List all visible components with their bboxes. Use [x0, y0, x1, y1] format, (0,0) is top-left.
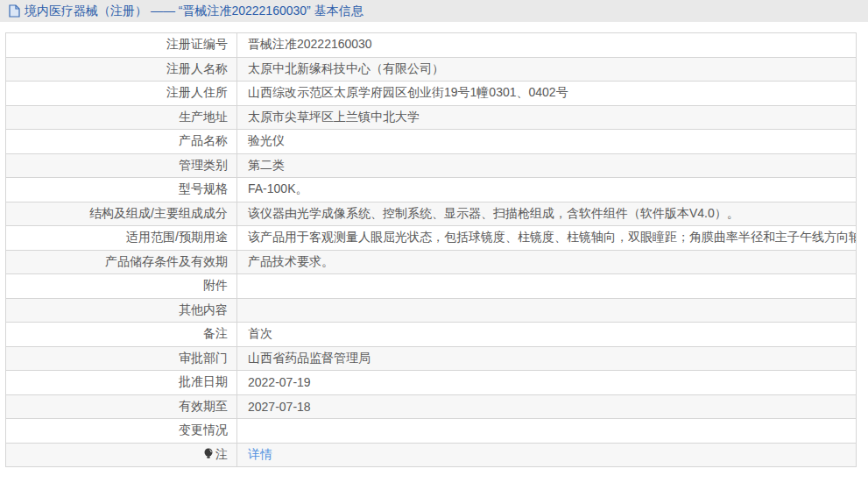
- details-link[interactable]: 详情: [248, 447, 272, 461]
- row-label-text: 注册证编号: [166, 37, 228, 51]
- table-row: 注册人名称太原中北新缘科技中心（有限公司）: [6, 57, 857, 82]
- table-row: 注详情: [6, 443, 857, 467]
- row-label-text: 注册人住所: [166, 85, 228, 99]
- row-label: 其他内容: [6, 298, 237, 323]
- row-value-cell: 该产品用于客观测量人眼屈光状态，包括球镜度、柱镜度、柱镜轴向，双眼瞳距；角膜曲率…: [237, 226, 857, 251]
- row-value-text: 第二类: [248, 158, 285, 172]
- table-row: 审批部门山西省药品监督管理局: [6, 346, 857, 371]
- row-value-cell: 产品技术要求。: [237, 250, 857, 274]
- row-value-cell: 首次: [237, 323, 857, 347]
- row-value-text: 山西省药品监督管理局: [248, 351, 370, 365]
- row-value-text: 山西综改示范区太原学府园区创业街19号1幢0301、0402号: [248, 85, 568, 99]
- row-value-cell: 详情: [237, 443, 857, 467]
- row-value-text: 该产品用于客观测量人眼屈光状态，包括球镜度、柱镜度、柱镜轴向，双眼瞳距；角膜曲率…: [248, 230, 857, 244]
- row-label: 注册证编号: [6, 33, 237, 58]
- row-label-text: 批准日期: [179, 374, 228, 388]
- row-label-text: 其他内容: [179, 302, 228, 316]
- table-row: 批准日期2022-07-19: [6, 371, 857, 395]
- row-value-cell: 山西省药品监督管理局: [237, 346, 857, 371]
- row-label: 适用范围/预期用途: [6, 226, 237, 251]
- row-label-text: 附件: [203, 278, 228, 292]
- table-row: 附件: [6, 274, 857, 299]
- table-row: 结构及组成/主要组成成分该仪器由光学成像系统、控制系统、显示器、扫描枪组成，含软…: [6, 202, 857, 226]
- table-row: 变更情况: [6, 419, 857, 444]
- row-label: 批准日期: [6, 371, 237, 395]
- table-row: 适用范围/预期用途该产品用于客观测量人眼屈光状态，包括球镜度、柱镜度、柱镜轴向，…: [6, 226, 857, 251]
- row-label: 注册人名称: [6, 57, 237, 82]
- row-value-cell: 该仪器由光学成像系统、控制系统、显示器、扫描枪组成，含软件组件（软件版本V4.0…: [237, 202, 857, 226]
- row-label: 产品储存条件及有效期: [6, 250, 237, 274]
- row-value-cell: FA-100K。: [237, 178, 857, 202]
- row-label: 型号规格: [6, 178, 237, 202]
- row-value-cell: 太原市尖草坪区上兰镇中北大学: [237, 105, 857, 130]
- row-value-cell: [237, 274, 857, 299]
- row-label: 生产地址: [6, 105, 237, 130]
- row-value-cell: [237, 419, 857, 444]
- table-row: 注册人住所山西综改示范区太原学府园区创业街19号1幢0301、0402号: [6, 82, 857, 106]
- row-label: 附件: [6, 274, 237, 299]
- row-value-cell: 验光仪: [237, 130, 857, 154]
- info-table-body: 注册证编号晋械注准20222160030注册人名称太原中北新缘科技中心（有限公司…: [6, 33, 857, 467]
- row-label-text: 注: [215, 447, 228, 461]
- row-label: 注: [6, 443, 237, 467]
- row-label-text: 变更情况: [179, 423, 228, 437]
- row-label-text: 结构及组成/主要组成成分: [89, 206, 228, 220]
- table-row: 其他内容: [6, 298, 857, 323]
- table-row: 生产地址太原市尖草坪区上兰镇中北大学: [6, 105, 857, 130]
- page-title: 境内医疗器械（注册） —— “晋械注准20222160030” 基本信息: [25, 4, 363, 19]
- row-value-cell: 第二类: [237, 153, 857, 178]
- row-value-text: 首次: [248, 326, 272, 340]
- row-value-cell: [237, 298, 857, 323]
- table-row: 备注首次: [6, 323, 857, 347]
- row-label: 产品名称: [6, 130, 237, 154]
- row-value-text: 该仪器由光学成像系统、控制系统、显示器、扫描枪组成，含软件组件（软件版本V4.0…: [248, 206, 739, 220]
- table-row: 管理类别第二类: [6, 153, 857, 178]
- row-value-cell: 山西综改示范区太原学府园区创业街19号1幢0301、0402号: [237, 82, 857, 106]
- row-value-text: 太原中北新缘科技中心（有限公司）: [248, 61, 444, 75]
- row-label: 结构及组成/主要组成成分: [6, 202, 237, 226]
- row-label-text: 备注: [203, 326, 228, 340]
- row-label: 管理类别: [6, 153, 237, 178]
- info-table: 注册证编号晋械注准20222160030注册人名称太原中北新缘科技中心（有限公司…: [5, 32, 857, 467]
- row-value-text: 2027-07-18: [248, 400, 311, 414]
- table-row: 注册证编号晋械注准20222160030: [6, 33, 857, 58]
- row-value-cell: 晋械注准20222160030: [237, 33, 857, 58]
- table-row: 型号规格FA-100K。: [6, 178, 857, 202]
- row-label-text: 注册人名称: [166, 61, 228, 75]
- table-row: 有效期至2027-07-18: [6, 394, 857, 419]
- row-label-text: 适用范围/预期用途: [126, 230, 228, 244]
- row-value-cell: 2022-07-19: [237, 371, 857, 395]
- row-label-text: 审批部门: [179, 351, 228, 365]
- row-value-text: 2022-07-19: [248, 375, 311, 389]
- row-label-text: 生产地址: [179, 110, 228, 124]
- row-label-text: 管理类别: [179, 158, 228, 172]
- row-label: 变更情况: [6, 419, 237, 444]
- document-icon: [9, 4, 20, 18]
- row-label: 有效期至: [6, 394, 237, 419]
- row-value-text: 太原市尖草坪区上兰镇中北大学: [248, 110, 420, 124]
- row-value-cell: 太原中北新缘科技中心（有限公司）: [237, 57, 857, 82]
- page-header: 境内医疗器械（注册） —— “晋械注准20222160030” 基本信息: [0, 0, 868, 22]
- row-label-text: 有效期至: [179, 399, 228, 413]
- row-value-text: FA-100K。: [248, 181, 307, 195]
- row-label: 备注: [6, 323, 237, 347]
- row-value-cell: 2027-07-18: [237, 394, 857, 419]
- row-label-text: 型号规格: [179, 181, 228, 195]
- table-row: 产品名称验光仪: [6, 130, 857, 154]
- row-label-text: 产品储存条件及有效期: [105, 254, 228, 268]
- row-value-text: 产品技术要求。: [248, 254, 334, 268]
- row-label-text: 产品名称: [179, 133, 228, 147]
- row-value-text: 晋械注准20222160030: [248, 37, 372, 51]
- row-value-text: 验光仪: [248, 133, 285, 147]
- row-label: 审批部门: [6, 346, 237, 371]
- table-row: 产品储存条件及有效期产品技术要求。: [6, 250, 857, 274]
- row-label: 注册人住所: [6, 82, 237, 106]
- bulb-icon: [203, 448, 214, 459]
